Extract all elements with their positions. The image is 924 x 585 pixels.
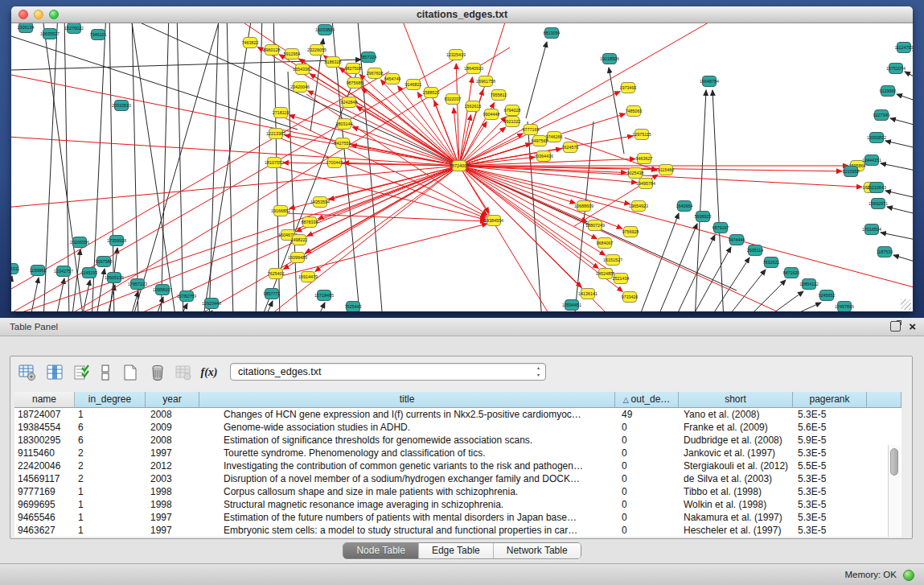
graph-node[interactable]: 20206556 — [70, 237, 89, 248]
graph-node[interactable]: 16151527 — [603, 255, 622, 266]
graph-node[interactable]: 19218506 — [600, 54, 619, 64]
column-header-indegree[interactable]: in_degree — [75, 392, 146, 408]
graph-node[interactable]: 7857224 — [360, 52, 377, 63]
graph-node[interactable]: 17016504 — [862, 225, 881, 235]
graph-node[interactable]: 19384554 — [484, 216, 503, 226]
graph-node[interactable]: 9097588 — [96, 257, 113, 267]
column-header-outde[interactable]: △out_de… — [615, 392, 679, 408]
graph-node[interactable]: 20364436 — [534, 151, 553, 162]
network-canvas[interactable]: 7463822896012859129542322605516543362818… — [11, 23, 913, 311]
graph-node[interactable]: 12923448 — [202, 299, 221, 309]
window-titlebar[interactable]: citations_edges.txt — [11, 6, 913, 23]
graph-node[interactable]: 10854112 — [799, 279, 819, 290]
graph-node[interactable]: 1700441 — [326, 158, 343, 168]
graph-node[interactable]: 7485063 — [626, 106, 643, 117]
graph-node[interactable]: 9129966 — [880, 86, 897, 97]
table-panel-header[interactable]: Table Panel × — [0, 318, 924, 336]
graph-node[interactable]: 19654923 — [629, 201, 648, 212]
graph-node[interactable]: 7625402 — [268, 269, 285, 279]
graph-node[interactable]: 19166852 — [271, 206, 290, 216]
graph-node[interactable]: 10958107 — [153, 285, 172, 295]
column-header-name[interactable]: name — [14, 392, 75, 408]
graph-node[interactable]: 18724007 — [450, 161, 469, 171]
graph-node[interactable]: 8813054 — [544, 28, 561, 39]
graph-node[interactable]: 9921022 — [504, 117, 521, 127]
graph-node[interactable]: 1187533 — [877, 247, 893, 257]
new-document-icon[interactable] — [120, 362, 141, 383]
graph-node[interactable]: 11124753 — [894, 43, 913, 53]
graph-node[interactable]: 9875685 — [347, 78, 363, 89]
graph-node[interactable]: 10594451 — [562, 300, 581, 311]
graph-node[interactable]: 6879197 — [713, 223, 729, 233]
graph-node[interactable]: 3915311 — [11, 264, 19, 274]
tab-node-table[interactable]: Node Table — [343, 543, 419, 558]
column-header-pagerank[interactable]: pagerank — [793, 392, 867, 408]
close-panel-icon[interactable]: × — [909, 320, 916, 332]
graph-node[interactable]: 12444151 — [862, 155, 881, 166]
graph-node[interactable]: 3624576 — [562, 142, 579, 153]
graph-node[interactable]: 16961758 — [476, 76, 495, 87]
graph-node[interactable]: 16099489 — [288, 253, 307, 263]
table-column-icon[interactable] — [44, 362, 65, 383]
graph-node[interactable]: 2803144 — [336, 119, 353, 130]
network-view-window[interactable]: citations_edges.txt 74638228960128591295… — [11, 6, 913, 311]
graph-node[interactable]: 9146821 — [405, 80, 422, 90]
select-rows-icon[interactable] — [72, 362, 92, 383]
graph-node[interactable]: 10635527 — [40, 29, 60, 39]
graph-node[interactable]: 7955812 — [491, 90, 507, 101]
rows-icon[interactable] — [95, 362, 116, 383]
graph-node[interactable]: 8427552 — [335, 138, 351, 149]
window-resize-grip[interactable] — [901, 299, 911, 310]
delete-icon[interactable] — [147, 362, 168, 383]
graph-node[interactable]: 12325419 — [446, 50, 466, 60]
graph-node[interactable]: 7832621 — [763, 257, 780, 268]
graph-node[interactable]: 13505135 — [105, 273, 124, 283]
function-icon[interactable]: f(x) — [199, 362, 220, 383]
graph-node[interactable]: 2306134 — [18, 23, 35, 33]
graph-node[interactable]: 2935114 — [747, 245, 764, 256]
graph-node[interactable]: 8878334 — [302, 217, 318, 228]
graph-node[interactable]: 1640954 — [676, 201, 693, 212]
table-vertical-scrollbar[interactable] — [888, 445, 901, 537]
graph-node[interactable]: 20310510 — [112, 101, 131, 111]
graph-node[interactable]: 9746266 — [546, 132, 563, 142]
graph-node[interactable]: 18807249 — [585, 220, 605, 231]
graph-node[interactable]: 15751074 — [886, 64, 906, 74]
graph-node[interactable]: 7525443 — [345, 302, 362, 312]
graph-node[interactable]: 8454749 — [384, 74, 401, 84]
memory-status-indicator[interactable] — [903, 570, 914, 581]
graph-node[interactable]: 8960128 — [264, 45, 281, 56]
table-row[interactable]: 911546021997Tourette syndrome. Phenomeno… — [14, 447, 867, 459]
graph-node[interactable]: 9857771 — [264, 289, 281, 299]
graph-node[interactable]: 17457816 — [835, 302, 854, 312]
graph-node[interactable]: 9463627 — [636, 154, 653, 164]
column-header-title[interactable]: title — [199, 392, 615, 408]
graph-node[interactable]: 2521434 — [613, 274, 630, 284]
graph-node[interactable]: 15718485 — [314, 290, 334, 301]
graph-node[interactable]: 15692971 — [869, 199, 888, 209]
graph-node[interactable]: 1562615 — [465, 101, 482, 112]
graph-node[interactable]: 9904448 — [483, 109, 500, 120]
graph-node[interactable]: 23420046 — [290, 82, 310, 93]
table-row[interactable]: 946362711997Embryonic stem cells: a mode… — [14, 524, 867, 537]
graph-node[interactable]: 9025438 — [627, 168, 644, 179]
graph-node[interactable]: 1973493 — [620, 83, 637, 93]
graph-node[interactable]: 23226055 — [307, 45, 326, 56]
graph-node[interactable]: 16648784 — [700, 76, 719, 87]
graph-node[interactable]: 2718119 — [273, 108, 290, 118]
graph-node[interactable]: 10688609 — [574, 201, 593, 212]
graph-node[interactable]: 9115460 — [658, 165, 675, 175]
table-row[interactable]: 977716911998Corpus callosum shape and si… — [14, 485, 867, 498]
scrollbar-thumb[interactable] — [890, 448, 898, 476]
graph-node[interactable]: 9245652 — [819, 290, 836, 301]
graph-node[interactable]: 15276022 — [64, 23, 84, 34]
network-selector[interactable]: citations_edges.txt ▴▾ — [230, 363, 546, 381]
graph-node[interactable]: 5912954 — [284, 49, 301, 60]
graph-node[interactable]: 9227349 — [873, 110, 890, 121]
graph-node[interactable]: 1588520 — [423, 88, 440, 98]
float-panel-icon[interactable] — [890, 321, 901, 332]
graph-node[interactable]: 9684067 — [597, 238, 614, 249]
table-row[interactable]: 1872400712008Changes of HCN gene express… — [14, 408, 867, 421]
graph-node[interactable]: 2967608 — [367, 68, 384, 79]
graph-node[interactable]: 5938923 — [695, 212, 712, 222]
